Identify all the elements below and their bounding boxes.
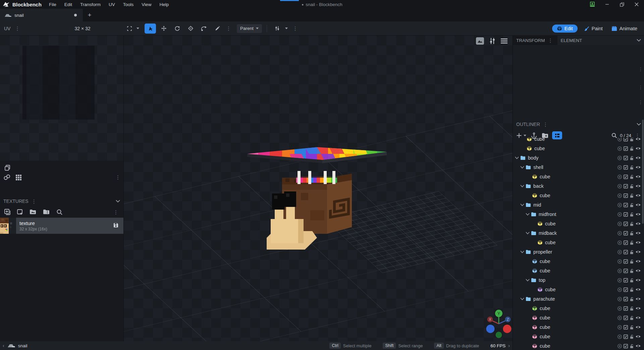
- toggle-export-icon[interactable]: [617, 212, 622, 217]
- link-uv-icon[interactable]: [3, 174, 11, 181]
- textures-collapse-chevron-icon[interactable]: [116, 200, 120, 203]
- tab-element[interactable]: ELEMENT: [557, 36, 586, 45]
- visibility-eye-icon[interactable]: [635, 212, 641, 217]
- toggle-autouv-checkbox-icon[interactable]: [623, 259, 628, 264]
- lock-open-icon[interactable]: [629, 146, 634, 151]
- visibility-eye-icon[interactable]: [635, 221, 641, 226]
- lock-open-icon[interactable]: [629, 259, 634, 264]
- outliner-row[interactable]: cube: [513, 172, 643, 181]
- outliner-row[interactable]: cube: [513, 341, 643, 350]
- expand-chevron-icon[interactable]: [526, 279, 530, 281]
- resize-tool-button[interactable]: [158, 24, 169, 34]
- outliner-row[interactable]: cube: [513, 304, 643, 313]
- visibility-eye-icon[interactable]: [635, 231, 641, 235]
- toggle-autouv-checkbox-icon[interactable]: [623, 297, 628, 302]
- expand-chevron-icon[interactable]: [520, 298, 524, 300]
- viewport-canvas[interactable]: Y X Z: [124, 36, 513, 341]
- toggle-export-icon[interactable]: [617, 250, 622, 255]
- toggle-autouv-checkbox-icon[interactable]: [623, 165, 628, 170]
- uv-frame-dropdown-icon[interactable]: [137, 28, 139, 29]
- toggle-autouv-checkbox-icon[interactable]: [623, 287, 628, 292]
- visibility-eye-icon[interactable]: [635, 306, 641, 311]
- toggle-export-icon[interactable]: [617, 315, 622, 320]
- outliner-row[interactable]: body: [513, 153, 643, 163]
- toggle-export-icon[interactable]: [617, 268, 622, 273]
- status-forward-chevron[interactable]: ›: [505, 343, 513, 348]
- expand-chevron-icon[interactable]: [520, 251, 524, 253]
- transform-options-dropdown-icon[interactable]: [285, 28, 288, 29]
- outliner-row[interactable]: cube: [513, 322, 643, 332]
- viewport-3d[interactable]: Y X Z: [124, 36, 513, 341]
- mode-tab-edit[interactable]: Edit: [552, 25, 578, 33]
- lock-open-icon[interactable]: [629, 240, 634, 245]
- rotation-space-dropdown[interactable]: Parent: [237, 24, 262, 33]
- search-texture-icon[interactable]: [56, 209, 63, 215]
- toggle-autouv-checkbox-icon[interactable]: [623, 231, 628, 236]
- toolbar-menu-icon[interactable]: ⋮: [292, 26, 299, 31]
- viewport-menu-icon[interactable]: [500, 38, 508, 44]
- toggle-export-icon[interactable]: [617, 146, 622, 151]
- toggle-autouv-checkbox-icon[interactable]: [623, 344, 628, 349]
- outliner-row[interactable]: midback: [513, 228, 643, 238]
- lock-open-icon[interactable]: [629, 174, 634, 179]
- toggle-export-icon[interactable]: [617, 165, 622, 170]
- visibility-eye-icon[interactable]: [635, 268, 641, 273]
- lock-open-icon[interactable]: [629, 268, 634, 273]
- outliner-menu-icon[interactable]: ⋮: [542, 122, 549, 127]
- lock-open-icon[interactable]: [629, 334, 634, 339]
- lock-open-icon[interactable]: [629, 165, 634, 170]
- panel-resize-handle-icon[interactable]: ⋮: [638, 67, 643, 72]
- visibility-eye-icon[interactable]: [635, 278, 641, 282]
- visibility-eye-icon[interactable]: [635, 334, 641, 339]
- lock-open-icon[interactable]: [629, 315, 634, 320]
- close-button[interactable]: [629, 0, 644, 9]
- visibility-eye-icon[interactable]: [635, 325, 641, 330]
- outliner-row[interactable]: cube: [513, 144, 643, 153]
- visibility-eye-icon[interactable]: [635, 287, 641, 292]
- visibility-eye-icon[interactable]: [635, 240, 641, 245]
- expand-chevron-icon[interactable]: [526, 213, 530, 216]
- toggle-export-icon[interactable]: [617, 334, 622, 339]
- uv-editor-canvas[interactable]: [0, 36, 123, 161]
- toggle-autouv-checkbox-icon[interactable]: [623, 325, 628, 330]
- uv-frame-view-button[interactable]: [124, 24, 135, 34]
- toggle-autouv-checkbox-icon[interactable]: [623, 334, 628, 339]
- expand-chevron-icon[interactable]: [515, 157, 519, 159]
- background-image-button[interactable]: [476, 37, 484, 45]
- outliner-row[interactable]: cube: [513, 191, 643, 200]
- toggle-autouv-checkbox-icon[interactable]: [623, 278, 628, 283]
- project-tab-snail[interactable]: snail: [0, 9, 83, 21]
- vertex-snap-tool-button[interactable]: [198, 24, 210, 34]
- visibility-eye-icon[interactable]: [635, 146, 641, 151]
- lock-open-icon[interactable]: [629, 278, 634, 283]
- toggle-autouv-checkbox-icon[interactable]: [623, 221, 628, 226]
- create-folder-button[interactable]: [542, 133, 549, 138]
- lock-open-icon[interactable]: [629, 221, 634, 226]
- menu-item[interactable]: View: [138, 1, 155, 8]
- toggle-autouv-checkbox-icon[interactable]: [623, 268, 628, 273]
- menu-item[interactable]: Edit: [60, 1, 76, 8]
- outliner-row[interactable]: top: [513, 275, 643, 285]
- toggle-export-icon[interactable]: [617, 259, 622, 264]
- save-texture-icon[interactable]: [113, 222, 123, 229]
- texture-folder-images-icon[interactable]: [30, 209, 37, 215]
- textures-toolbar-menu-icon[interactable]: ⋮: [112, 210, 119, 215]
- uv-grid-icon[interactable]: [15, 174, 22, 181]
- lock-open-icon[interactable]: [629, 250, 634, 255]
- toggle-export-icon[interactable]: [617, 203, 622, 208]
- tab-transform[interactable]: TRANSFORM ⋮: [513, 36, 557, 45]
- snail-model[interactable]: [247, 147, 387, 250]
- toggle-export-icon[interactable]: [617, 287, 622, 292]
- expand-chevron-icon[interactable]: [520, 185, 524, 187]
- pivot-tool-button[interactable]: [185, 24, 196, 34]
- toggle-autouv-checkbox-icon[interactable]: [623, 203, 628, 208]
- toggle-autouv-checkbox-icon[interactable]: [623, 212, 628, 217]
- outliner-row[interactable]: cube: [513, 257, 643, 266]
- expand-chevron-icon[interactable]: [520, 166, 524, 169]
- move-tool-button[interactable]: [145, 24, 156, 34]
- visibility-eye-icon[interactable]: [635, 315, 641, 320]
- texture-folder-options-icon[interactable]: [43, 209, 50, 215]
- outliner-row[interactable]: mid: [513, 200, 643, 210]
- lock-open-icon[interactable]: [629, 344, 634, 349]
- visibility-eye-icon[interactable]: [635, 138, 641, 141]
